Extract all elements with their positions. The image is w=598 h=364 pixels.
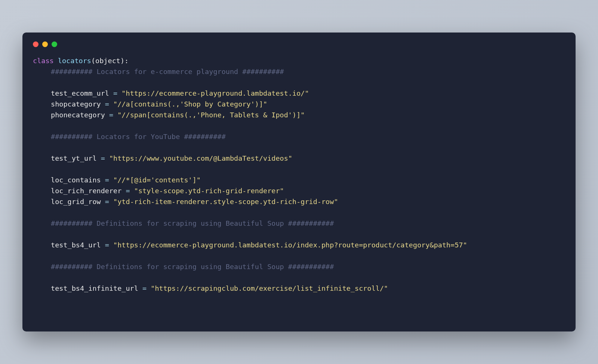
colon: : [124,57,129,65]
equals: = [109,89,121,97]
string-value: "style-scope.ytd-rich-grid-renderer" [134,187,284,195]
minimize-icon[interactable] [42,41,48,47]
var-loc-rich-renderer: loc_rich_renderer [51,187,121,195]
keyword-class: class [33,57,54,65]
builtin-object: object [95,57,120,65]
string-value: "https://www.youtube.com/@LambdaTest/vid… [109,154,292,162]
string-value: "ytd-rich-item-renderer.style-scope.ytd-… [113,198,338,206]
string-value: "https://scrapingclub.com/exercise/list_… [151,284,388,292]
equals: = [121,187,134,195]
comment-youtube: ########## Locators for YouTube ########… [51,133,226,141]
var-loc-contains: loc_contains [51,176,101,184]
equals: = [105,111,117,119]
var-shopcategory: shopcategory [51,100,101,108]
comment-bs4-2: ########## Definitions for scraping usin… [51,263,334,271]
close-icon[interactable] [33,41,38,47]
maximize-icon[interactable] [52,41,57,47]
code-block: class locators(object): ########## Locat… [33,55,565,294]
paren-close: ) [120,57,124,65]
comment-ecommerce: ########## Locators for e-commerce playg… [51,68,284,75]
window-controls [33,41,565,47]
var-test-bs4-url: test_bs4_url [51,241,101,249]
string-value: "https://ecommerce-playground.lambdatest… [113,241,467,249]
string-value: "https://ecommerce-playground.lambdatest… [121,89,309,97]
equals: = [97,154,109,162]
comment-bs4-1: ########## Definitions for scraping usin… [51,219,334,227]
paren-open: ( [91,57,95,65]
equals: = [101,198,113,206]
string-value: "//span[contains(.,'Phone, Tablets & Ipo… [117,111,305,119]
equals: = [101,100,113,108]
class-name: locators [58,57,91,65]
equals: = [101,176,113,184]
string-value: "//a[contains(.,'Shop by Category')]" [113,100,267,108]
equals: = [138,284,151,292]
var-loc-grid-row: loc_grid_row [51,198,101,206]
var-phonecategory: phonecategory [51,111,105,119]
string-value: "//*[@id='contents']" [113,176,201,184]
var-test-yt-url: test_yt_url [51,154,97,162]
equals: = [101,241,113,249]
code-window: class locators(object): ########## Locat… [22,33,576,331]
var-test-ecomm-url: test_ecomm_url [51,89,109,97]
var-test-bs4-infinite-url: test_bs4_infinite_url [51,284,138,292]
